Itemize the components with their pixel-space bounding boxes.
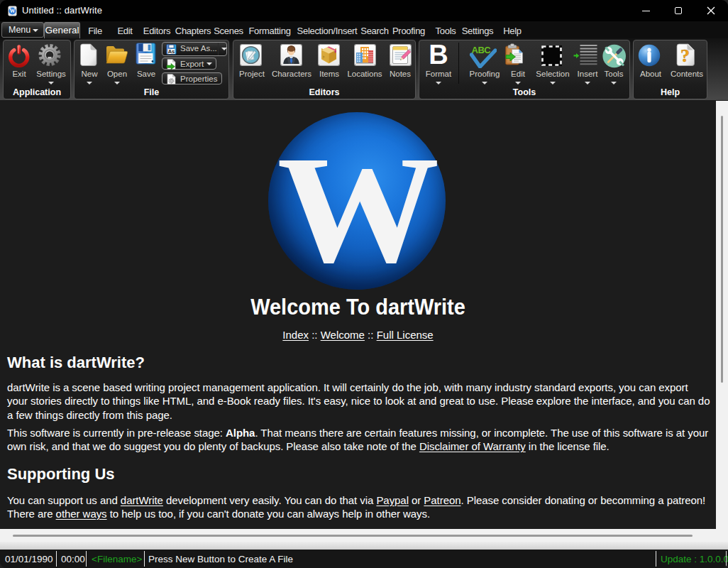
svg-text:W: W [10,8,16,14]
svg-text:?: ? [680,45,690,66]
svg-text:As: As [168,48,175,55]
svg-text:ABC: ABC [472,45,492,55]
